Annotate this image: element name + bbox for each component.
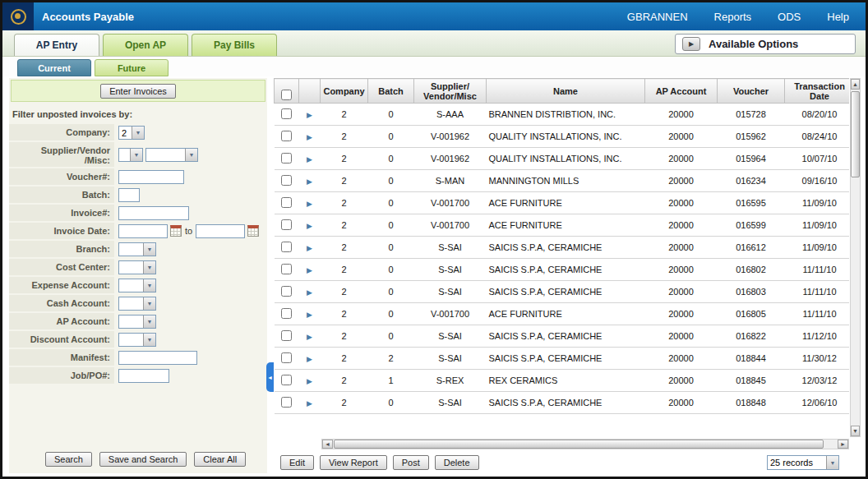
invoice-row[interactable]: ▶20V-001962QUALITY INSTALLATIONS, INC.20… <box>275 148 850 170</box>
post-button[interactable]: Post <box>393 455 429 470</box>
header-ap-account[interactable]: AP Account <box>645 79 718 104</box>
row-checkbox[interactable] <box>281 219 292 230</box>
row-expand-icon[interactable]: ▶ <box>307 266 312 274</box>
tab-open-ap[interactable]: Open AP <box>103 34 188 56</box>
invoice-row[interactable]: ▶21S-REXREX CERAMICS2000001884512/03/12 <box>275 370 850 392</box>
save-and-search-button[interactable]: Save and Search <box>99 452 187 467</box>
vertical-scrollbar[interactable]: ▲ ▼ <box>850 78 861 437</box>
row-checkbox[interactable] <box>281 308 292 319</box>
invoice-row[interactable]: ▶20S-AAABRANNEN DISTRIBTION, INC.2000001… <box>275 104 850 126</box>
clear-all-button[interactable]: Clear All <box>194 452 246 467</box>
header-company[interactable]: Company <box>321 79 368 104</box>
scroll-right-icon[interactable]: ► <box>838 440 848 449</box>
filter-input-manifest[interactable] <box>118 351 197 365</box>
subtab-current[interactable]: Current <box>17 59 91 76</box>
header-name[interactable]: Name <box>487 79 645 104</box>
invoice-row[interactable]: ▶20S-SAISAICIS S.P.A, CERAMICHE200000168… <box>275 325 850 348</box>
enter-invoices-bar: Enter Invoices <box>11 80 265 102</box>
user-name[interactable]: GBRANNEN <box>627 11 688 23</box>
row-checkbox[interactable] <box>281 242 292 252</box>
horizontal-scrollbar[interactable]: ◄ ► <box>321 439 849 449</box>
invoice-row[interactable]: ▶20S-SAISAICIS S.P.A, CERAMICHE200000168… <box>275 281 850 303</box>
tab-ap-entry[interactable]: AP Entry <box>14 34 99 56</box>
calendar-icon[interactable] <box>247 225 259 237</box>
filter-input-invoice-date-to[interactable] <box>196 224 245 238</box>
filter-select-company[interactable]: 2▼ <box>118 126 145 140</box>
view-report-button[interactable]: View Report <box>320 455 387 470</box>
calendar-icon[interactable] <box>170 225 182 237</box>
invoice-row[interactable]: ▶20S-SAISAICIS S.P.A, CERAMICHE200000188… <box>275 392 850 414</box>
collapse-panel-handle[interactable]: ◄ <box>266 362 274 392</box>
invoice-row[interactable]: ▶20S-SAISAICIS S.P.A, CERAMICHE200000168… <box>275 259 850 281</box>
row-checkbox[interactable] <box>281 153 292 164</box>
row-expand-icon[interactable]: ▶ <box>307 244 312 252</box>
row-checkbox[interactable] <box>281 175 292 186</box>
header-batch[interactable]: Batch <box>368 79 414 104</box>
header-voucher[interactable]: Voucher <box>718 79 785 104</box>
subtab-future[interactable]: Future <box>95 59 169 76</box>
row-expand-icon[interactable]: ▶ <box>307 155 312 164</box>
horizontal-scroll-thumb[interactable] <box>334 440 824 449</box>
invoice-row[interactable]: ▶20S-SAISAICIS S.P.A, CERAMICHE200000166… <box>275 237 850 259</box>
filter-select-supplier-vendor-misc-2[interactable]: ▼ <box>145 148 198 162</box>
row-checkbox[interactable] <box>281 197 292 208</box>
filter-select-cost-center[interactable]: ▼ <box>118 260 156 274</box>
delete-button[interactable]: Delete <box>435 455 479 470</box>
edit-button[interactable]: Edit <box>280 455 314 470</box>
row-expand-icon[interactable]: ▶ <box>307 111 312 119</box>
row-expand-icon[interactable]: ▶ <box>307 200 312 208</box>
row-expand-icon[interactable]: ▶ <box>307 333 312 341</box>
row-checkbox[interactable] <box>281 375 292 385</box>
search-button[interactable]: Search <box>45 452 92 467</box>
invoice-row[interactable]: ▶20V-001700ACE FURNITURE2000001659911/09… <box>275 214 850 237</box>
scroll-left-icon[interactable]: ◄ <box>322 440 333 449</box>
filter-select-cash-account[interactable]: ▼ <box>118 297 156 311</box>
filter-select-discount-account[interactable]: ▼ <box>118 333 156 347</box>
row-expand-icon[interactable]: ▶ <box>307 311 312 319</box>
filter-select-supplier-vendor-misc-1[interactable]: ▼ <box>118 148 143 162</box>
select-all-checkbox[interactable] <box>281 90 292 100</box>
row-checkbox[interactable] <box>281 352 292 363</box>
row-checkbox[interactable] <box>281 330 292 341</box>
filter-select-expense-account[interactable]: ▼ <box>118 279 156 292</box>
invoice-row[interactable]: ▶20V-001700ACE FURNITURE2000001680511/11… <box>275 303 850 325</box>
scroll-up-icon[interactable]: ▲ <box>851 79 860 90</box>
filter-input-invoice-date-from[interactable] <box>118 224 168 238</box>
header-transaction-date[interactable]: Transaction Date <box>785 79 850 104</box>
filter-select-branch[interactable]: ▼ <box>118 242 156 256</box>
date-range-to-label: to <box>184 226 193 236</box>
scroll-down-icon[interactable]: ▼ <box>851 426 860 436</box>
row-expand-icon[interactable]: ▶ <box>307 355 312 363</box>
row-checkbox[interactable] <box>281 264 292 274</box>
row-expand-icon[interactable]: ▶ <box>307 133 312 141</box>
available-options-button[interactable]: ▶ Available Options <box>675 34 856 54</box>
filter-input-invoice[interactable] <box>118 206 189 220</box>
invoice-row[interactable]: ▶20V-001700ACE FURNITURE2000001659511/09… <box>275 192 850 214</box>
filter-input-job-po[interactable] <box>118 369 169 383</box>
tab-pay-bills[interactable]: Pay Bills <box>192 34 277 56</box>
row-expand-icon[interactable]: ▶ <box>307 288 312 297</box>
nav-reports[interactable]: Reports <box>714 11 752 23</box>
row-expand-icon[interactable]: ▶ <box>307 177 312 186</box>
row-expand-icon[interactable]: ▶ <box>307 399 312 408</box>
enter-invoices-button[interactable]: Enter Invoices <box>100 84 176 99</box>
records-per-page-select[interactable]: 25 records ▼ <box>767 455 839 470</box>
row-checkbox[interactable] <box>281 286 292 297</box>
invoice-row[interactable]: ▶22S-SAISAICIS S.P.A, CERAMICHE200000188… <box>275 348 850 370</box>
row-expand-icon[interactable]: ▶ <box>307 377 312 385</box>
row-checkbox[interactable] <box>281 397 292 408</box>
filter-select-ap-account[interactable]: ▼ <box>118 315 156 329</box>
nav-ods[interactable]: ODS <box>778 11 801 23</box>
nav-help[interactable]: Help <box>827 11 849 23</box>
invoice-row[interactable]: ▶20V-001962QUALITY INSTALLATIONS, INC.20… <box>275 126 850 148</box>
row-expand-icon[interactable]: ▶ <box>307 222 312 230</box>
invoice-row[interactable]: ▶20S-MANMANNINGTON MILLS2000001623409/16… <box>275 170 850 192</box>
vertical-scroll-thumb[interactable] <box>851 91 860 177</box>
available-options-play-icon[interactable]: ▶ <box>682 37 700 51</box>
row-checkbox[interactable] <box>281 131 292 141</box>
filter-input-batch[interactable] <box>118 188 140 202</box>
filter-input-voucher[interactable] <box>118 170 184 184</box>
row-checkbox[interactable] <box>281 108 292 119</box>
filter-row-ap-account: AP Account: ▼ <box>9 313 267 329</box>
header-supplier[interactable]: Supplier/ Vendor/Misc <box>414 79 487 104</box>
